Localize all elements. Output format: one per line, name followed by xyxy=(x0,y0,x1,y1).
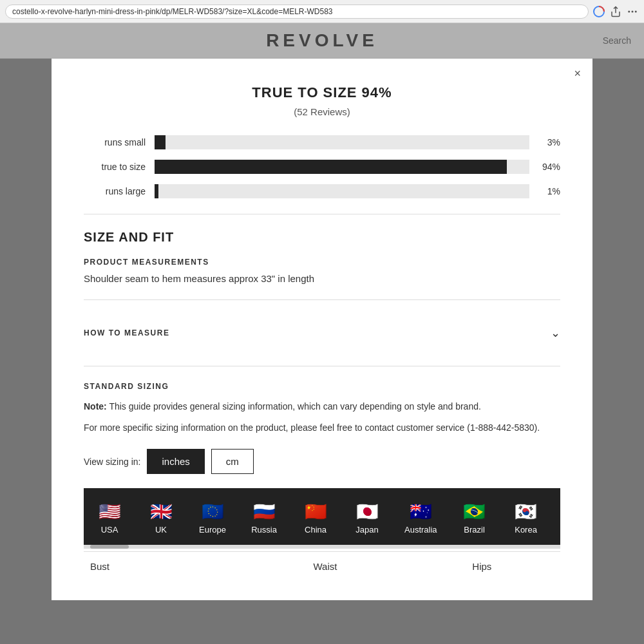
fit-chart: runs small 3% true to size 94% runs larg… xyxy=(84,135,560,198)
country-australia[interactable]: 🇦🇺 Australia xyxy=(393,498,449,540)
bar-fill-true-to-size xyxy=(155,160,507,174)
country-usa[interactable]: 🇺🇸 USA xyxy=(84,498,135,540)
country-brazil[interactable]: 🇧🇷 Brazil xyxy=(449,498,500,540)
size-and-fit-title: SIZE AND FIT xyxy=(84,230,560,245)
scroll-indicator[interactable] xyxy=(84,545,560,549)
flag-usa: 🇺🇸 xyxy=(99,501,121,522)
bar-track-runs-small xyxy=(155,135,529,149)
svg-point-2 xyxy=(632,10,634,12)
country-name-australia: Australia xyxy=(404,525,437,535)
bar-pct-runs-small: 3% xyxy=(529,137,560,147)
bar-label-true-to-size: true to size xyxy=(84,162,155,172)
flag-europe: 🇪🇺 xyxy=(202,501,224,522)
how-to-measure-label: HOW TO MEASURE xyxy=(84,328,169,337)
flag-brazil: 🇧🇷 xyxy=(463,501,486,522)
bar-label-runs-small: runs small xyxy=(84,137,155,147)
th-bust: Bust xyxy=(84,561,247,572)
modal-close-button[interactable]: × xyxy=(574,68,581,79)
country-japan[interactable]: 🇯🇵 Japan xyxy=(341,498,393,540)
flag-china: 🇨🇳 xyxy=(305,501,327,522)
modal-overlay: × TRUE TO SIZE 94% (52 Reviews) runs sma… xyxy=(0,23,644,644)
country-name-china: China xyxy=(305,525,327,535)
view-sizing-label: View sizing in: xyxy=(84,457,140,467)
country-uk[interactable]: 🇬🇧 UK xyxy=(135,498,187,540)
th-waist: Waist xyxy=(247,561,403,572)
country-europe[interactable]: 🇪🇺 Europe xyxy=(187,498,238,540)
country-name-uk: UK xyxy=(155,525,167,535)
standard-sizing-label: STANDARD SIZING xyxy=(84,382,560,391)
measurement-text: Shoulder seam to hem measures approx 33"… xyxy=(84,273,560,284)
flag-russia: 🇷🇺 xyxy=(253,501,276,522)
svg-point-1 xyxy=(628,10,630,12)
url-bar[interactable]: costello-x-revolve-harlyn-mini-dress-in-… xyxy=(5,5,589,19)
bar-track-true-to-size xyxy=(155,160,529,174)
note-body: This guide provides general sizing infor… xyxy=(107,401,481,412)
divider-1 xyxy=(84,214,560,214)
bar-track-runs-large xyxy=(155,184,529,198)
flag-uk: 🇬🇧 xyxy=(150,501,173,522)
note-text: Note: This guide provides general sizing… xyxy=(84,400,560,413)
bar-row-runs-small: runs small 3% xyxy=(84,135,560,149)
product-measurements-label: PRODUCT MEASUREMENTS xyxy=(84,258,560,267)
bar-row-true-to-size: true to size 94% xyxy=(84,160,560,174)
size-fit-modal: × TRUE TO SIZE 94% (52 Reviews) runs sma… xyxy=(52,59,592,600)
scroll-thumb xyxy=(90,545,129,549)
tts-title: TRUE TO SIZE 94% xyxy=(84,84,560,101)
cm-button[interactable]: cm xyxy=(211,449,254,474)
bar-fill-runs-small xyxy=(155,135,166,149)
google-icon xyxy=(592,5,605,18)
countries-container: 🇺🇸 USA 🇬🇧 UK 🇪🇺 Europe 🇷🇺 Russia 🇨🇳 xyxy=(84,488,560,545)
how-to-measure-row[interactable]: HOW TO MEASURE ⌄ xyxy=(84,316,560,350)
country-name-usa: USA xyxy=(101,525,118,535)
divider-3 xyxy=(84,366,560,366)
country-name-russia: Russia xyxy=(251,525,277,535)
share-icon[interactable] xyxy=(609,5,622,18)
table-header: Bust Waist Hips xyxy=(84,551,560,581)
bar-pct-true-to-size: 94% xyxy=(529,162,560,172)
bar-label-runs-large: runs large xyxy=(84,186,155,196)
country-name-japan: Japan xyxy=(355,525,378,535)
country-name-brazil: Brazil xyxy=(464,525,485,535)
browser-bar: costello-x-revolve-harlyn-mini-dress-in-… xyxy=(0,0,644,23)
bar-pct-runs-large: 1% xyxy=(529,186,560,196)
svg-point-3 xyxy=(635,10,637,12)
more-icon[interactable] xyxy=(626,5,639,18)
bar-fill-runs-large xyxy=(155,184,158,198)
chevron-down-icon: ⌄ xyxy=(551,326,560,340)
tts-reviews: (52 Reviews) xyxy=(84,106,560,117)
country-name-korea: Korea xyxy=(515,525,537,535)
inches-button[interactable]: inches xyxy=(147,449,204,474)
country-china[interactable]: 🇨🇳 China xyxy=(290,498,341,540)
country-name-europe: Europe xyxy=(199,525,226,535)
contact-text: For more specific sizing information on … xyxy=(84,421,560,435)
th-hips: Hips xyxy=(404,561,560,572)
countries-inner: 🇺🇸 USA 🇬🇧 UK 🇪🇺 Europe 🇷🇺 Russia 🇨🇳 xyxy=(84,498,560,540)
country-russia[interactable]: 🇷🇺 Russia xyxy=(238,498,290,540)
note-bold: Note: xyxy=(84,401,107,412)
divider-2 xyxy=(84,299,560,300)
bar-row-runs-large: runs large 1% xyxy=(84,184,560,198)
flag-australia: 🇦🇺 xyxy=(410,501,432,522)
flag-korea: 🇰🇷 xyxy=(515,501,537,522)
sizing-toggle-row: View sizing in: inches cm xyxy=(84,449,560,474)
country-korea[interactable]: 🇰🇷 Korea xyxy=(500,498,552,540)
flag-japan: 🇯🇵 xyxy=(356,501,379,522)
